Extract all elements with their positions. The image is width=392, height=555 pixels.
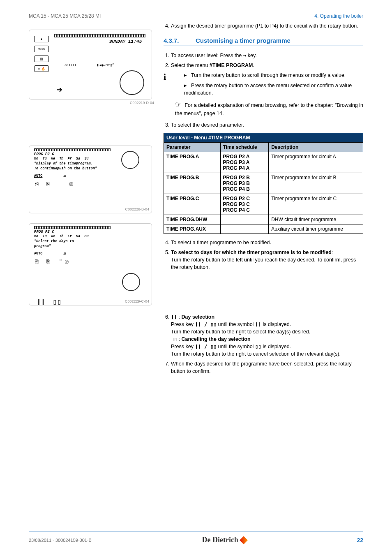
figure-caption-2: C002228-B-04 — [125, 207, 149, 211]
step-list-a: To access user level: Press the → key. S… — [171, 52, 363, 69]
panel-btn-radiator: ▤ — [34, 56, 49, 62]
fig3-title: PROG P2 C — [34, 230, 150, 234]
bar-solid-icon: ❙❙ — [171, 314, 177, 320]
step-5: To select to days for which the timer pr… — [171, 249, 363, 271]
col-description: Description — [269, 143, 363, 152]
table-row: TIME PROG.B PROG P2 B PROG P3 B PROG P4 … — [164, 173, 363, 194]
bar-hollow-icon: ▯▯ — [171, 336, 177, 342]
rotary-knob-icon — [120, 70, 144, 95]
fig3-days: Mo Tu We Th Fr Sa Su — [34, 235, 150, 239]
section-rule — [164, 46, 363, 46]
bar-hollow-icon: ▯▯ — [255, 343, 261, 349]
footer-rule — [29, 532, 363, 532]
figure-caption-3: C002229-C-04 — [125, 299, 149, 303]
step-2: Select the menu #TIME PROGRAM. — [171, 62, 363, 69]
rotary-knob-icon — [122, 273, 140, 291]
breadcrumb: 4. Operating the boiler — [314, 13, 363, 19]
panel-btn-flame: ◇ 🔥 — [34, 65, 49, 72]
info-icon: i — [164, 72, 171, 82]
info-bullet-1: Turn the rotary button to scroll through… — [184, 72, 363, 79]
section-heading: 4.3.7.Customising a timer programme — [164, 37, 363, 44]
lcd-ruler — [54, 34, 145, 37]
hand-pointer-icon: ☞ — [175, 100, 182, 109]
panel-btn-temp: 🌡 — [34, 36, 49, 42]
arrow-right-icon: ➔ — [56, 85, 62, 94]
footer-date-ref: 23/08/2011 - 300024159-001-B — [29, 538, 92, 543]
figure-panel-1: 🌡 MODE ▤ ◇ 🔥 SUNDAY 11:45 AUTO ▮◂◉▹◻◻▯ᴹ … — [29, 30, 152, 99]
step-list-top: Assign the desired timer programme (P1 t… — [171, 22, 363, 30]
step-6: ❙❙ : Day selection Press key ❙❙ / ▯▯ unt… — [171, 313, 363, 358]
table-row: TIME PROG.C PROG P2 C PROG P3 C PROG P4 … — [164, 194, 363, 215]
col-schedule: Time schedule — [220, 143, 269, 152]
page-number: 22 — [357, 537, 363, 543]
step-7: When the days desired for the programme … — [171, 360, 363, 375]
step-1: To access user level: Press the → key. — [171, 52, 363, 59]
step-4-top: Assign the desired timer programme (P1 t… — [171, 22, 363, 30]
table-title: User level - Menu #TIME PROGRAM — [164, 133, 363, 143]
bar-pair-icon: ❙❙ / ▯▯ — [195, 321, 217, 327]
info-block: i Turn the rotary button to scroll throu… — [164, 72, 363, 117]
step-3: To select the desired parameter. — [171, 121, 363, 129]
table-row: TIME PROG.DHW DHW circuit timer programm… — [164, 215, 363, 224]
bar-pair-icon: ❙❙ / ▯▯ — [195, 343, 217, 349]
figure-panel-2: PROG P2 C Mo Tu We Th Fr Sa Su "Display … — [29, 146, 152, 213]
step-list-3: To select the desired parameter. — [171, 121, 363, 129]
figure-caption-1: C002219-D-04 — [130, 101, 154, 105]
table-row: TIME PROG.A PROG P2 A PROG P3 A PROG P4 … — [164, 152, 363, 173]
bar-indicator: ▮◂◉▹◻◻▯ᴹ — [97, 63, 114, 67]
panel-btn-mode: MODE — [34, 46, 49, 52]
step-4: To select a timer programme to be modifi… — [171, 239, 363, 246]
lcd-title: SUNDAY 11:45 — [54, 39, 149, 44]
hand-symbols: ❙❙ ▯▯ — [37, 292, 62, 305]
auto-indicator: AUTO — [65, 63, 76, 67]
info-bullet-2: Press the rotary button to access the me… — [184, 82, 363, 97]
bar-solid-icon: ❙❙ — [255, 321, 261, 327]
brand-logo: De Dietrich — [202, 536, 246, 544]
table-row: TIME PROG.AUX Auxiliary circuit timer pr… — [164, 224, 363, 234]
col-parameter: Parameter — [164, 143, 221, 152]
figure-panel-3: PROG P2 C Mo Tu We Th Fr Sa Su "Select t… — [29, 223, 152, 305]
parameter-table: User level - Menu #TIME PROGRAM Paramete… — [164, 133, 363, 234]
diamond-icon — [240, 536, 248, 544]
step-list-c: ❙❙ : Day selection Press key ❙❙ / ▯▯ unt… — [171, 313, 363, 375]
fig3-line2: program" — [34, 245, 150, 249]
fig3-line1: "Select the days to — [34, 240, 150, 244]
doc-model: MCA 15 - MCA 25 MCA 25/28 MI — [29, 13, 101, 19]
info-reference: For a detailed explanation of menu brows… — [175, 102, 363, 116]
rotary-knob-icon — [121, 151, 139, 169]
step-list-b: To select a timer programme to be modifi… — [171, 239, 363, 271]
